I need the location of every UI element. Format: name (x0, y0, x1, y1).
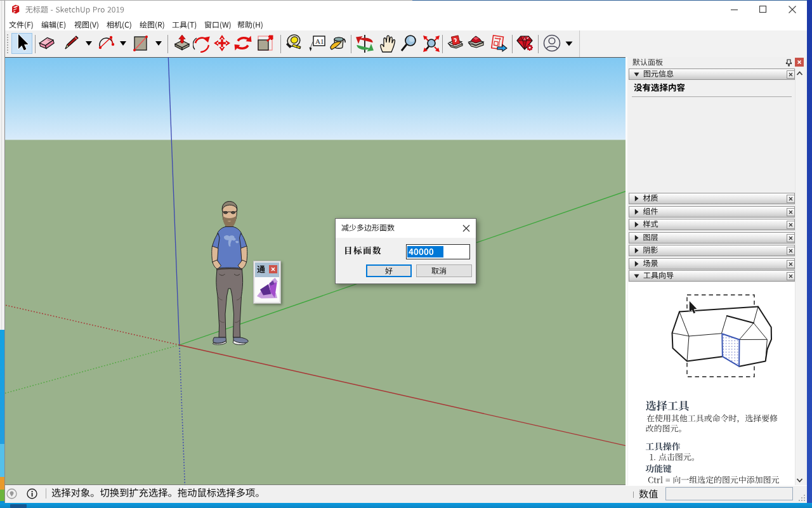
svg-text:A1: A1 (315, 37, 324, 45)
